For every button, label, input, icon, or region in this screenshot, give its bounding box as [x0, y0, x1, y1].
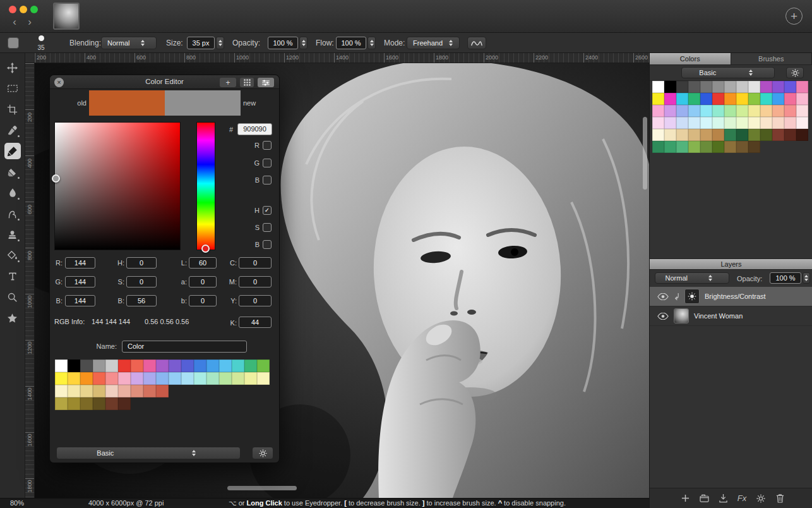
delete-layer-button[interactable]	[773, 492, 786, 505]
traffic-light-close[interactable]	[9, 6, 16, 13]
channel-checkbox-h3[interactable]	[263, 206, 272, 215]
color-swatch[interactable]	[664, 117, 676, 129]
close-button[interactable]: ×	[54, 78, 64, 87]
paint-bucket-tool[interactable]	[4, 247, 21, 263]
color-swatch[interactable]	[652, 129, 664, 141]
color-swatch[interactable]	[257, 360, 270, 372]
rectangular-selection-tool[interactable]	[4, 80, 21, 97]
color-swatch[interactable]	[688, 117, 700, 129]
color-swatch[interactable]	[772, 81, 784, 93]
channel-checkbox-b5[interactable]	[263, 240, 272, 249]
color-swatch[interactable]	[796, 93, 808, 105]
palette-settings-button[interactable]	[786, 67, 804, 78]
color-editor-header[interactable]: × Color Editor +	[50, 75, 279, 89]
color-swatch[interactable]	[156, 372, 169, 385]
color-swatch[interactable]	[55, 372, 68, 385]
color-swatch[interactable]	[181, 360, 194, 372]
clone-stamp-tool[interactable]	[4, 226, 21, 243]
value-field[interactable]: 0	[239, 257, 272, 269]
color-swatch[interactable]	[748, 81, 760, 93]
color-swatch[interactable]	[80, 372, 93, 385]
color-swatch[interactable]	[736, 141, 748, 153]
color-swatch[interactable]	[105, 372, 118, 385]
color-swatch[interactable]	[784, 117, 796, 129]
color-swatch[interactable]	[652, 141, 664, 153]
color-swatch[interactable]	[131, 372, 143, 385]
horizontal-scrollbar[interactable]	[227, 486, 297, 490]
color-swatch[interactable]	[784, 81, 796, 93]
value-field[interactable]: 0	[126, 257, 157, 269]
editor-settings-button[interactable]	[252, 447, 273, 459]
color-swatch[interactable]	[118, 385, 131, 397]
eraser-tool[interactable]	[4, 164, 21, 180]
visibility-toggle-eye-icon[interactable]	[657, 313, 669, 320]
color-swatch[interactable]	[700, 93, 712, 105]
flow-field[interactable]: 100 %	[336, 37, 366, 49]
opacity-field[interactable]: 100 %	[268, 37, 298, 49]
palette-preset-select[interactable]: Basic	[681, 67, 775, 78]
color-swatch[interactable]	[652, 81, 664, 93]
color-swatch[interactable]	[724, 117, 736, 129]
color-swatch[interactable]	[118, 360, 131, 372]
color-swatch[interactable]	[796, 105, 808, 117]
layer-opacity-field[interactable]: 100 %	[770, 272, 801, 284]
smudge-tool[interactable]	[4, 205, 21, 222]
color-swatch[interactable]	[736, 117, 748, 129]
zoom-tool[interactable]	[4, 289, 21, 305]
stroke-style-button[interactable]	[467, 37, 486, 49]
color-swatch[interactable]	[676, 141, 688, 153]
color-swatch[interactable]	[700, 117, 712, 129]
color-swatch[interactable]	[772, 117, 784, 129]
hue-marker[interactable]	[201, 245, 210, 253]
color-swatch[interactable]	[652, 117, 664, 129]
new-group-button[interactable]	[698, 492, 710, 505]
layer-row[interactable]: Vincent Woman	[650, 306, 812, 326]
color-swatch[interactable]	[712, 81, 724, 93]
color-swatch[interactable]	[156, 385, 169, 397]
color-swatch[interactable]	[181, 372, 194, 385]
color-swatch[interactable]	[688, 129, 700, 141]
color-swatch[interactable]	[784, 93, 796, 105]
color-swatch[interactable]	[760, 117, 772, 129]
mode-select[interactable]: Freehand	[407, 37, 460, 49]
hex-field[interactable]: 909090	[237, 123, 272, 135]
color-name-field[interactable]: Color	[122, 341, 247, 353]
color-swatch[interactable]	[105, 385, 118, 397]
color-swatch[interactable]	[118, 372, 131, 385]
color-swatch[interactable]	[80, 397, 93, 410]
color-swatch[interactable]	[688, 93, 700, 105]
color-swatch[interactable]	[736, 129, 748, 141]
size-stepper[interactable]	[216, 37, 224, 49]
color-swatch[interactable]	[712, 93, 724, 105]
old-color-swatch[interactable]	[89, 90, 165, 116]
color-swatch[interactable]	[724, 93, 736, 105]
effects-button[interactable]: Fx	[736, 492, 748, 505]
color-swatch[interactable]	[118, 397, 131, 410]
visibility-toggle-eye-icon[interactable]	[657, 293, 669, 300]
zoom-level[interactable]: 80%	[10, 499, 24, 508]
color-swatch[interactable]	[760, 81, 772, 93]
color-swatch[interactable]	[748, 93, 760, 105]
channel-checkbox-s4[interactable]	[263, 223, 272, 232]
value-field[interactable]: 60	[189, 257, 217, 269]
vertical-scrollbar[interactable]	[643, 117, 647, 190]
forward-button[interactable]: ›	[23, 16, 37, 28]
color-swatch[interactable]	[93, 372, 105, 385]
brush-preview[interactable]: 35	[33, 34, 49, 52]
move-tool[interactable]	[4, 59, 21, 76]
color-swatch[interactable]	[700, 81, 712, 93]
color-swatch[interactable]	[772, 93, 784, 105]
color-swatch[interactable]	[688, 105, 700, 117]
color-swatch[interactable]	[244, 360, 257, 372]
add-color-button[interactable]: +	[220, 78, 236, 87]
color-swatch[interactable]	[219, 372, 232, 385]
color-swatch[interactable]	[143, 360, 156, 372]
color-swatch[interactable]	[68, 360, 80, 372]
color-swatch[interactable]	[93, 385, 105, 397]
color-swatch[interactable]	[652, 93, 664, 105]
shapes-tool[interactable]	[4, 310, 21, 326]
color-swatch[interactable]	[232, 372, 244, 385]
traffic-light-zoom[interactable]	[30, 6, 38, 13]
color-swatch[interactable]	[105, 360, 118, 372]
color-swatch[interactable]	[206, 372, 219, 385]
